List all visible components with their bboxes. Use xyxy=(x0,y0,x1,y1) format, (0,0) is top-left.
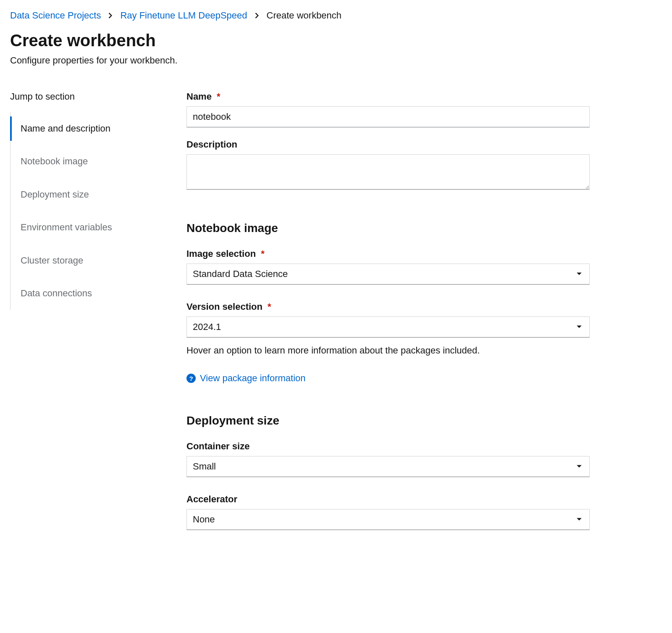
deployment-size-section: Deployment size Container size Small Acc… xyxy=(186,414,590,530)
container-size-select[interactable]: Small xyxy=(186,456,590,477)
image-selection-select[interactable]: Standard Data Science xyxy=(186,264,590,285)
deployment-size-heading: Deployment size xyxy=(186,414,590,427)
image-selection-label-text: Image selection xyxy=(186,248,256,259)
breadcrumb-link-projects[interactable]: Data Science Projects xyxy=(10,10,101,21)
name-field-group: Name * xyxy=(186,91,590,127)
required-asterisk-icon: * xyxy=(268,301,271,312)
chevron-right-icon xyxy=(108,13,113,18)
sidebar-item-notebook-image[interactable]: Notebook image xyxy=(10,145,165,178)
notebook-image-heading: Notebook image xyxy=(186,222,590,235)
question-circle-icon: ? xyxy=(186,374,196,383)
sidebar-item-env-variables[interactable]: Environment variables xyxy=(10,211,165,244)
sidebar: Jump to section Name and description Not… xyxy=(10,91,165,542)
version-selection-group: Version selection * 2024.1 Hover an opti… xyxy=(186,301,590,356)
description-textarea[interactable] xyxy=(186,154,590,190)
container-size-group: Container size Small xyxy=(186,441,590,477)
sidebar-item-deployment-size[interactable]: Deployment size xyxy=(10,178,165,211)
version-selection-label: Version selection * xyxy=(186,301,590,312)
breadcrumb-current: Create workbench xyxy=(267,10,342,21)
version-selection-value: 2024.1 xyxy=(193,322,221,332)
image-selection-label: Image selection * xyxy=(186,248,590,259)
container-size-label: Container size xyxy=(186,441,590,452)
package-info-row: ? View package information xyxy=(186,373,590,384)
accelerator-label: Accelerator xyxy=(186,494,590,505)
sidebar-nav: Name and description Notebook image Depl… xyxy=(10,112,165,310)
description-field-group: Description xyxy=(186,139,590,191)
required-asterisk-icon: * xyxy=(261,248,265,259)
version-selection-select[interactable]: 2024.1 xyxy=(186,316,590,338)
name-label-text: Name xyxy=(186,91,212,102)
image-selection-value: Standard Data Science xyxy=(193,269,288,280)
version-selection-label-text: Version selection xyxy=(186,301,262,312)
sidebar-title: Jump to section xyxy=(10,91,165,102)
notebook-image-section: Notebook image Image selection * Standar… xyxy=(186,222,590,384)
container-size-value: Small xyxy=(193,461,216,472)
image-selection-group: Image selection * Standard Data Science xyxy=(186,248,590,285)
description-label: Description xyxy=(186,139,590,150)
breadcrumb-link-project[interactable]: Ray Finetune LLM DeepSpeed xyxy=(120,10,247,21)
accelerator-select[interactable]: None xyxy=(186,509,590,530)
sidebar-item-name-description[interactable]: Name and description xyxy=(10,112,165,145)
accelerator-group: Accelerator None xyxy=(186,494,590,530)
accelerator-value: None xyxy=(193,514,215,525)
page-title: Create workbench xyxy=(10,31,662,50)
breadcrumb: Data Science Projects Ray Finetune LLM D… xyxy=(10,10,662,21)
name-input[interactable] xyxy=(186,106,590,127)
name-label: Name * xyxy=(186,91,590,102)
page-subtitle: Configure properties for your workbench. xyxy=(10,55,662,66)
version-helper-text: Hover an option to learn more informatio… xyxy=(186,345,590,356)
sidebar-item-cluster-storage[interactable]: Cluster storage xyxy=(10,244,165,277)
sidebar-item-data-connections[interactable]: Data connections xyxy=(10,277,165,310)
view-package-info-link[interactable]: View package information xyxy=(200,373,306,384)
svg-text:?: ? xyxy=(189,375,193,382)
required-asterisk-icon: * xyxy=(217,91,220,102)
form-main: Name * Description Notebook image Image … xyxy=(186,91,590,542)
chevron-right-icon xyxy=(255,13,259,18)
